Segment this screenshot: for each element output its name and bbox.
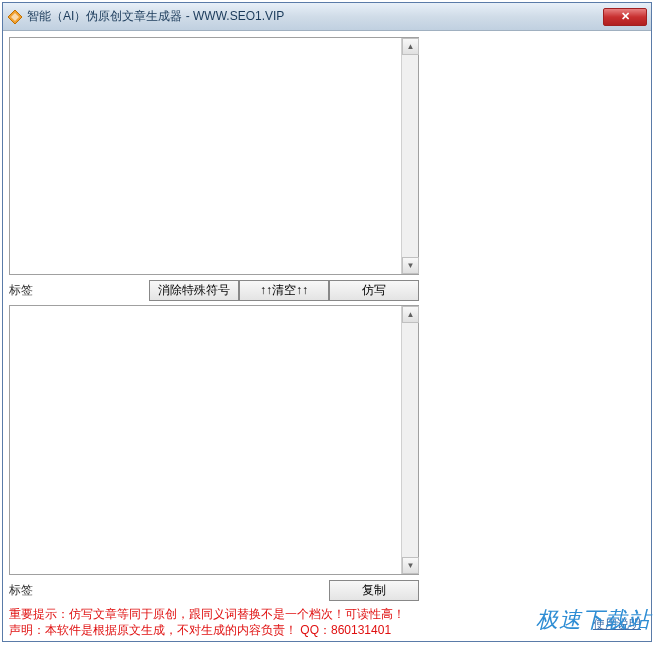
client-area: ▲ ▼ 标签 消除特殊符号 ↑↑清空↑↑ 仿写 ▲ ▼ [3, 31, 651, 641]
rewrite-button[interactable]: 仿写 [329, 280, 419, 301]
left-panel: ▲ ▼ 标签 消除特殊符号 ↑↑清空↑↑ 仿写 ▲ ▼ [9, 37, 419, 635]
close-icon: ✕ [621, 10, 630, 23]
input-textarea-wrapper: ▲ ▼ [9, 37, 419, 275]
scroll-up-icon[interactable]: ▲ [402, 38, 419, 55]
scroll-down-icon[interactable]: ▼ [402, 257, 419, 274]
app-icon [7, 9, 23, 25]
input-scrollbar[interactable]: ▲ ▼ [401, 38, 418, 274]
footer-notes: 重要提示：仿写文章等同于原创，跟同义词替换不是一个档次！可读性高！ 声明：本软件… [9, 606, 419, 638]
right-panel: 使用说明 [435, 37, 645, 635]
remove-special-chars-button[interactable]: 消除特殊符号 [149, 280, 239, 301]
title-bar[interactable]: 智能（AI）伪原创文章生成器 - WWW.SEO1.VIP ✕ [3, 3, 651, 31]
bottom-label: 标签 [9, 582, 37, 599]
scroll-down-icon[interactable]: ▼ [402, 557, 419, 574]
output-textarea-wrapper: ▲ ▼ [9, 305, 419, 575]
top-label: 标签 [9, 282, 37, 299]
output-textarea[interactable] [10, 306, 400, 574]
scroll-up-icon[interactable]: ▲ [402, 306, 419, 323]
copy-button[interactable]: 复制 [329, 580, 419, 601]
window-title: 智能（AI）伪原创文章生成器 - WWW.SEO1.VIP [27, 8, 603, 25]
application-window: 智能（AI）伪原创文章生成器 - WWW.SEO1.VIP ✕ ▲ ▼ 标签 消… [2, 2, 652, 642]
input-textarea[interactable] [10, 38, 400, 274]
top-toolbar: 标签 消除特殊符号 ↑↑清空↑↑ 仿写 [9, 278, 419, 302]
bottom-toolbar: 标签 复制 [9, 578, 419, 602]
usage-instructions-link[interactable]: 使用说明 [593, 616, 641, 633]
footer-line-2: 声明：本软件是根据原文生成，不对生成的内容负责！ QQ：860131401 [9, 622, 419, 638]
clear-button[interactable]: ↑↑清空↑↑ [239, 280, 329, 301]
output-scrollbar[interactable]: ▲ ▼ [401, 306, 418, 574]
close-button[interactable]: ✕ [603, 8, 647, 26]
footer-line-1: 重要提示：仿写文章等同于原创，跟同义词替换不是一个档次！可读性高！ [9, 606, 419, 622]
